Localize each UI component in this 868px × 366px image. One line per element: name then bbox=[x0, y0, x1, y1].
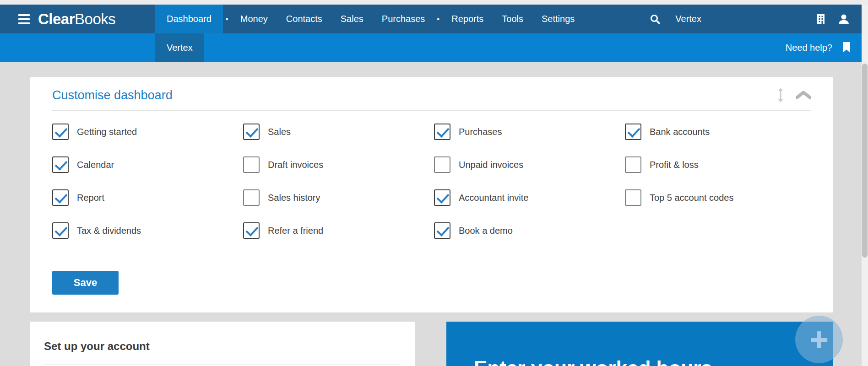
drag-reorder-icon[interactable] bbox=[777, 88, 784, 102]
checkbox-label: Getting started bbox=[77, 127, 137, 137]
user-icon[interactable] bbox=[838, 13, 850, 25]
logo-regular-part: Books bbox=[75, 11, 115, 27]
search-icon[interactable] bbox=[650, 14, 661, 25]
scrollbar-thumb[interactable] bbox=[862, 64, 868, 258]
nav-item-sales[interactable]: Sales bbox=[331, 5, 373, 33]
setup-account-card: Set up your account bbox=[30, 322, 415, 366]
checkbox-box bbox=[434, 156, 450, 173]
navbar-left: ClearBooks bbox=[0, 5, 155, 33]
checkbox-label: Report bbox=[77, 193, 104, 203]
card-header-divider bbox=[52, 110, 811, 111]
checkbox-box bbox=[243, 189, 260, 206]
checkbox-label: Sales history bbox=[268, 193, 320, 203]
checkbox-label: Book a demo bbox=[459, 226, 513, 236]
checkbox-profit-loss[interactable]: Profit & loss bbox=[625, 156, 811, 173]
nav-item-reports[interactable]: Reports bbox=[442, 5, 493, 33]
promo-panel: Enter your worked hours + bbox=[446, 322, 833, 366]
checkbox-draft-invoices[interactable]: Draft invoices bbox=[243, 156, 434, 173]
logo-bold-part: Clear bbox=[38, 11, 75, 27]
collapse-chevron-up-icon[interactable] bbox=[796, 91, 811, 100]
secondary-navbar: Vertex Need help? bbox=[0, 33, 868, 62]
customise-card-header: Customise dashboard bbox=[52, 87, 811, 103]
nav-separator-dot: • bbox=[434, 5, 442, 33]
checkbox-label: Draft invoices bbox=[268, 160, 323, 170]
main-navbar: ClearBooks Dashboard • Money Contacts Sa… bbox=[0, 5, 868, 33]
checkbox-box bbox=[243, 156, 260, 173]
nav-item-contacts[interactable]: Contacts bbox=[277, 5, 331, 33]
checkbox-label: Bank accounts bbox=[650, 127, 710, 137]
checkbox-label: Profit & loss bbox=[650, 160, 699, 170]
top-strip bbox=[0, 0, 868, 5]
card-header-icons bbox=[777, 88, 811, 102]
nav-item-money[interactable]: Money bbox=[231, 5, 277, 33]
checkbox-box bbox=[243, 222, 260, 239]
nav-item-tools[interactable]: Tools bbox=[493, 5, 532, 33]
subnav-item-vertex[interactable]: Vertex bbox=[155, 33, 204, 62]
checkbox-accountant-invite[interactable]: Accountant invite bbox=[434, 189, 625, 206]
checkbox-label: Refer a friend bbox=[268, 226, 323, 236]
checkbox-sales-history[interactable]: Sales history bbox=[243, 189, 434, 206]
checkbox-label: Unpaid invoices bbox=[459, 160, 523, 170]
checkbox-top-5-account-codes[interactable]: Top 5 account codes bbox=[625, 189, 811, 206]
widget-checkbox-grid: Getting started Sales Purchases Bank acc… bbox=[52, 124, 811, 239]
checkbox-tax-dividends[interactable]: Tax & dividends bbox=[52, 222, 243, 239]
checkbox-label: Sales bbox=[268, 127, 291, 137]
page-content: Customise dashboard Getting started Sale… bbox=[0, 62, 862, 366]
checkbox-purchases[interactable]: Purchases bbox=[434, 124, 625, 140]
checkbox-box bbox=[434, 124, 450, 140]
checkbox-unpaid-invoices[interactable]: Unpaid invoices bbox=[434, 156, 625, 173]
checkbox-calendar[interactable]: Calendar bbox=[52, 156, 243, 173]
checkbox-box bbox=[625, 124, 641, 140]
hamburger-menu-icon[interactable] bbox=[16, 12, 32, 26]
promo-heading-cutoff: Enter your worked hours bbox=[474, 357, 712, 366]
checkbox-label: Accountant invite bbox=[459, 193, 528, 203]
setup-account-title: Set up your account bbox=[44, 340, 401, 353]
page-scrollbar[interactable] bbox=[862, 0, 868, 366]
checkbox-box bbox=[52, 156, 69, 173]
checkbox-label: Top 5 account codes bbox=[650, 193, 733, 203]
checkbox-box bbox=[625, 189, 641, 206]
bookmark-icon[interactable] bbox=[842, 42, 851, 53]
customise-dashboard-card: Customise dashboard Getting started Sale… bbox=[30, 77, 833, 312]
checkbox-book-a-demo[interactable]: Book a demo bbox=[434, 222, 625, 239]
checkbox-box bbox=[434, 189, 450, 206]
customise-card-title: Customise dashboard bbox=[52, 87, 173, 103]
checkbox-sales[interactable]: Sales bbox=[243, 124, 434, 140]
empty-grid-cell bbox=[625, 222, 811, 239]
checkbox-box bbox=[243, 124, 260, 140]
save-button[interactable]: Save bbox=[52, 271, 119, 295]
setup-card-divider bbox=[44, 365, 401, 365]
nav-item-settings[interactable]: Settings bbox=[532, 5, 584, 33]
need-help-link[interactable]: Need help? bbox=[786, 43, 832, 53]
navbar-icon-group bbox=[816, 13, 850, 25]
checkbox-bank-accounts[interactable]: Bank accounts bbox=[625, 124, 811, 140]
bottom-widgets-row: Set up your account Enter your worked ho… bbox=[30, 322, 862, 366]
add-widget-plus-icon[interactable]: + bbox=[795, 316, 843, 363]
checkbox-label: Purchases bbox=[459, 127, 502, 137]
checkbox-report[interactable]: Report bbox=[52, 189, 243, 206]
checkbox-label: Calendar bbox=[77, 160, 114, 170]
checkbox-refer-a-friend[interactable]: Refer a friend bbox=[243, 222, 434, 239]
clearbooks-logo[interactable]: ClearBooks bbox=[38, 11, 115, 28]
checkbox-box bbox=[52, 124, 69, 140]
nav-item-purchases[interactable]: Purchases bbox=[373, 5, 434, 33]
company-name-link[interactable]: Vertex bbox=[675, 14, 701, 24]
nav-separator-dot: • bbox=[223, 5, 231, 33]
building-icon[interactable] bbox=[816, 14, 826, 25]
checkbox-getting-started[interactable]: Getting started bbox=[52, 124, 243, 140]
navbar-right: Vertex bbox=[650, 5, 868, 33]
primary-nav: Dashboard • Money Contacts Sales Purchas… bbox=[155, 5, 584, 33]
checkbox-label: Tax & dividends bbox=[77, 226, 141, 236]
checkbox-box bbox=[625, 156, 641, 173]
checkbox-box bbox=[434, 222, 450, 239]
subnav-right: Need help? bbox=[786, 33, 851, 62]
nav-item-dashboard[interactable]: Dashboard bbox=[155, 5, 223, 33]
checkbox-box bbox=[52, 222, 69, 239]
checkbox-box bbox=[52, 189, 69, 206]
